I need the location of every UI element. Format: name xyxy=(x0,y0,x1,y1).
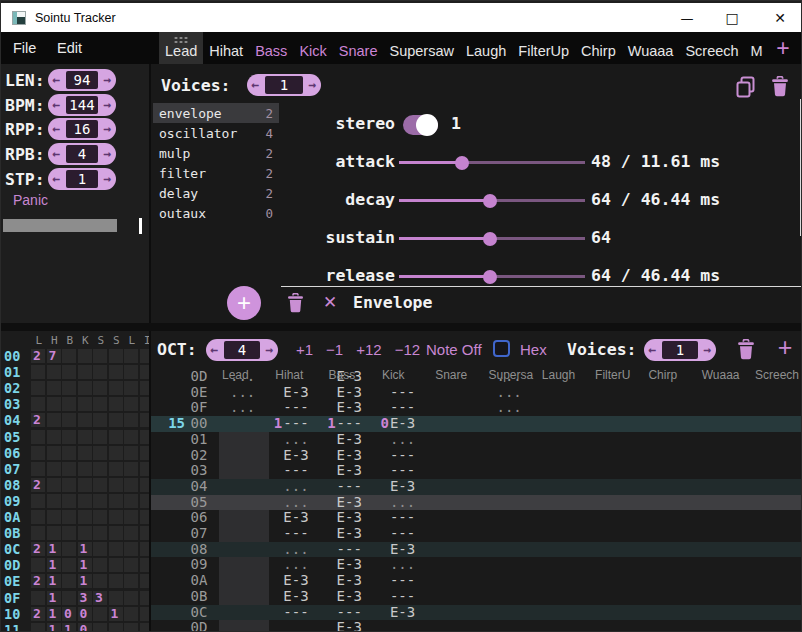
note-cell[interactable] xyxy=(537,620,590,632)
instrument-voices-stepper-value[interactable]: 1 xyxy=(265,76,303,94)
order-cell[interactable] xyxy=(47,381,61,395)
order-cell[interactable] xyxy=(124,446,138,460)
note-cell[interactable] xyxy=(270,620,323,632)
order-cell[interactable] xyxy=(62,365,76,379)
note-cell[interactable] xyxy=(590,479,643,495)
note-cell[interactable] xyxy=(590,369,643,385)
note-cell[interactable] xyxy=(697,510,750,526)
order-cell[interactable] xyxy=(93,542,107,556)
order-cell[interactable] xyxy=(140,607,152,621)
note-cell[interactable] xyxy=(537,605,590,621)
note-cell[interactable] xyxy=(643,463,696,479)
note-cell[interactable] xyxy=(377,620,430,632)
note-cell[interactable] xyxy=(643,573,696,589)
order-cell[interactable] xyxy=(78,397,92,411)
note-cell[interactable] xyxy=(537,416,590,432)
note-cell[interactable] xyxy=(483,463,536,479)
order-cell[interactable] xyxy=(31,365,45,379)
order-cell[interactable]: 1 xyxy=(47,607,61,621)
note-cell[interactable] xyxy=(590,495,643,511)
hex-checkbox[interactable] xyxy=(493,340,510,357)
order-cell[interactable] xyxy=(93,349,107,363)
order-cell[interactable] xyxy=(31,397,45,411)
note-cell[interactable]: --- xyxy=(377,448,430,464)
note-cell[interactable] xyxy=(430,479,483,495)
note-cell[interactable] xyxy=(537,510,590,526)
note-cell[interactable]: --- xyxy=(270,463,323,479)
note-cell[interactable] xyxy=(643,385,696,401)
note-cell[interactable] xyxy=(483,432,536,448)
track-voices-stepper-decrement-button[interactable]: ← xyxy=(644,339,661,361)
disable-unit-button[interactable]: ✕ xyxy=(323,292,337,312)
order-cell[interactable] xyxy=(47,510,61,524)
note-cell[interactable] xyxy=(643,510,696,526)
note-cell[interactable] xyxy=(483,589,536,605)
order-cell[interactable] xyxy=(140,462,152,476)
note-cell[interactable] xyxy=(590,620,643,632)
note-cell[interactable] xyxy=(217,432,270,448)
order-cell[interactable] xyxy=(93,478,107,492)
order-cell[interactable] xyxy=(62,510,76,524)
note-cell[interactable] xyxy=(537,557,590,573)
order-cell[interactable] xyxy=(109,623,123,632)
note-cell[interactable] xyxy=(697,589,750,605)
note-cell[interactable]: --- xyxy=(377,510,430,526)
note-cell[interactable] xyxy=(217,463,270,479)
note-cell[interactable] xyxy=(430,400,483,416)
order-cell[interactable] xyxy=(78,365,92,379)
rpp-stepper-decrement-button[interactable]: ← xyxy=(48,118,65,140)
note-cell[interactable] xyxy=(430,573,483,589)
order-cell[interactable] xyxy=(140,542,152,556)
order-cell[interactable] xyxy=(109,542,123,556)
note-cell[interactable]: E-3 xyxy=(324,448,377,464)
note-cell[interactable] xyxy=(697,400,750,416)
order-cell[interactable]: 2 xyxy=(31,574,45,588)
delete-track-button[interactable] xyxy=(737,339,755,360)
note-cell[interactable] xyxy=(643,589,696,605)
track-voices-stepper[interactable]: ←1→ xyxy=(644,339,716,361)
order-cell[interactable] xyxy=(62,462,76,476)
note-cell[interactable] xyxy=(697,573,750,589)
note-cell[interactable]: E-3 xyxy=(324,432,377,448)
copy-instrument-button[interactable] xyxy=(735,76,757,98)
maximize-button[interactable]: □ xyxy=(709,3,755,33)
note-off-button[interactable]: Note Off xyxy=(426,341,482,358)
note-cell[interactable] xyxy=(643,400,696,416)
rpb-stepper-increment-button[interactable]: → xyxy=(99,143,116,165)
note-cell[interactable] xyxy=(750,573,802,589)
order-cell[interactable] xyxy=(62,494,76,508)
order-cell[interactable] xyxy=(62,381,76,395)
note-cell[interactable] xyxy=(537,400,590,416)
order-cell[interactable] xyxy=(124,365,138,379)
order-cell[interactable]: 3 xyxy=(78,591,92,605)
sustain-slider[interactable] xyxy=(399,237,585,240)
order-cell[interactable] xyxy=(109,478,123,492)
note-cell[interactable] xyxy=(697,605,750,621)
order-cell[interactable] xyxy=(47,478,61,492)
tab-lead[interactable]: Lead xyxy=(159,32,203,64)
order-cell[interactable] xyxy=(31,430,45,444)
unit-item-outaux[interactable]: outaux0 xyxy=(153,203,279,223)
order-cell[interactable] xyxy=(124,591,138,605)
bpm-stepper-increment-button[interactable]: → xyxy=(99,94,116,116)
order-cell[interactable] xyxy=(78,494,92,508)
order-cell[interactable]: 1 xyxy=(78,542,92,556)
order-cell[interactable] xyxy=(93,574,107,588)
order-cell[interactable] xyxy=(140,510,152,524)
order-cell[interactable] xyxy=(124,349,138,363)
note-cell[interactable] xyxy=(483,573,536,589)
note-cell[interactable] xyxy=(697,463,750,479)
note-cell[interactable] xyxy=(590,448,643,464)
order-cell[interactable]: 2 xyxy=(31,349,45,363)
note-cell[interactable] xyxy=(750,432,802,448)
tab-supersaw[interactable]: Supersaw xyxy=(383,32,459,64)
delete-unit-button[interactable] xyxy=(287,293,304,313)
note-cell[interactable]: E-3 xyxy=(324,463,377,479)
note-cell[interactable] xyxy=(430,557,483,573)
note-cell[interactable] xyxy=(697,432,750,448)
order-cell[interactable] xyxy=(124,558,138,572)
release-slider[interactable] xyxy=(399,275,585,278)
note-cell[interactable] xyxy=(430,620,483,632)
note-cell[interactable]: E-3 xyxy=(270,510,323,526)
note-cell[interactable] xyxy=(537,432,590,448)
